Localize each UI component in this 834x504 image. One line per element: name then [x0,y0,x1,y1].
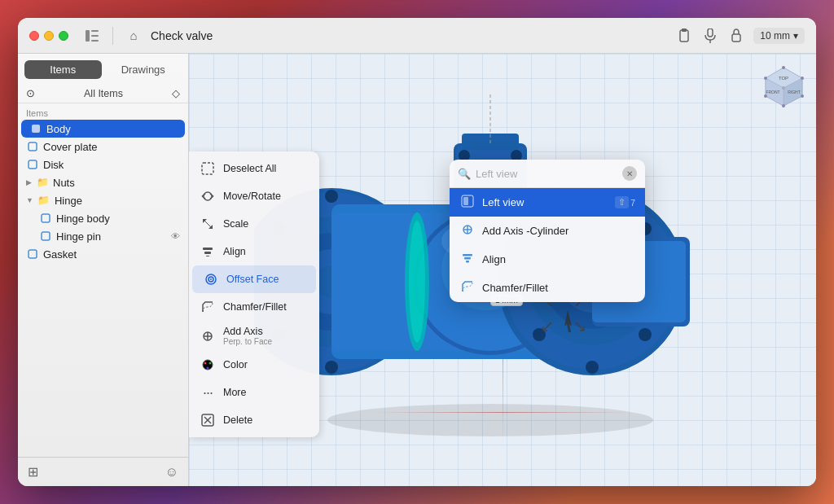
ctx-color[interactable]: Color [189,351,319,379]
svg-rect-3 [91,40,99,42]
svg-point-25 [325,190,338,203]
tree-item-hinge-body[interactable]: Hinge body [18,209,188,227]
canvas-area[interactable]: 14mm Deselect All Move/Rotate [189,54,816,486]
svg-rect-2 [91,35,99,37]
svg-rect-11 [29,160,37,169]
delete-icon [199,411,217,429]
color-icon [199,356,217,374]
svg-rect-0 [86,30,90,42]
all-items-selector[interactable]: ⊙ All Items ◇ [18,84,188,103]
ctx-chamfer-fillet-label: Chamfer/Fillet [223,301,309,313]
smiley-icon[interactable]: ☺ [165,465,178,480]
disk-icon [26,158,39,171]
ctx-offset-face[interactable]: Offset Face [192,265,316,293]
svg-rect-1 [91,30,99,32]
tree-item-gasket[interactable]: Gasket [18,245,188,263]
ctx-more[interactable]: ··· More [189,379,319,406]
context-toolbar: Deselect All Move/Rotate Scale [189,151,319,437]
cover-plate-icon [26,140,39,153]
tree-item-hinge-pin[interactable]: Hinge pin 👁 [18,227,188,245]
sidebar-tabs: Items Drawings [18,54,188,84]
maximize-button[interactable] [59,31,68,41]
svg-line-63 [203,219,213,229]
popup-item-left-view[interactable]: Left view ⇧ 7 [450,188,645,217]
popup-chamfer-icon [459,280,476,296]
cube-nav[interactable]: TOP RIGHT FRONT [762,64,806,108]
svg-point-102 [782,86,785,90]
popup-item-align[interactable]: Align [450,245,645,274]
lock-icon[interactable] [727,27,745,45]
tree-item-hinge[interactable]: ▼ 📁 Hinge [18,191,188,209]
nuts-label: Nuts [53,177,180,189]
add-folder-icon[interactable]: ⊞ [28,464,38,480]
more-icon: ··· [199,383,217,401]
svg-rect-88 [466,261,469,263]
svg-text:RIGHT: RIGHT [788,90,801,94]
sidebar-bottom: ⊞ ☺ [18,457,188,486]
ctx-offset-face-label: Offset Face [226,274,306,285]
svg-point-101 [764,94,767,98]
svg-rect-87 [464,257,471,260]
svg-point-26 [325,361,338,374]
svg-rect-14 [29,250,37,258]
tree-item-disk[interactable]: Disk [18,156,188,173]
svg-rect-8 [732,34,740,42]
ctx-scale[interactable]: Scale [189,210,319,238]
ctx-add-axis[interactable]: Add Axis Perp. to Face [189,321,319,351]
tree-item-cover-plate[interactable]: Cover plate [18,138,188,156]
ctx-scale-label: Scale [223,218,309,230]
tree-item-body[interactable]: Body [21,120,185,138]
offset-face-icon [202,270,220,288]
svg-text:FRONT: FRONT [766,90,779,94]
sidebar-toggle-icon[interactable] [83,27,101,45]
search-popup-close[interactable]: ✕ [622,166,637,181]
minimize-button[interactable] [44,31,54,41]
body-icon [29,122,42,135]
svg-text:TOP: TOP [779,76,788,81]
tree-view: Body Cover plate Disk [18,120,188,263]
svg-rect-6 [708,28,713,37]
add-axis-cylinder-label: Add Axis -Cylinder [482,225,635,237]
eye-icon[interactable]: 👁 [171,231,180,241]
ctx-align[interactable]: Align [189,238,319,265]
measure-chevron: ▾ [793,30,798,42]
svg-rect-10 [29,142,37,151]
main-content: Items Drawings ⊙ All Items ◇ Items Body [18,54,816,486]
search-popup: 🔍 Left view ✕ Left view ⇧ 7 [450,160,645,302]
left-view-shortcut: ⇧ 7 [615,196,635,208]
svg-rect-64 [203,248,213,250]
close-button[interactable] [29,31,39,41]
ctx-add-axis-label: Add Axis Perp. to Face [223,326,309,346]
scale-icon [199,215,217,233]
items-section-label: Items [18,105,188,120]
body-label: Body [46,123,177,135]
ctx-chamfer-fillet[interactable]: Chamfer/Fillet [189,293,319,321]
home-icon[interactable]: ⌂ [125,27,143,45]
ctx-deselect-all[interactable]: Deselect All [189,155,319,182]
gasket-label: Gasket [43,248,180,261]
popup-chamfer-fillet-label: Chamfer/Fillet [482,282,635,294]
popup-item-add-axis-cylinder[interactable]: Add Axis -Cylinder [450,217,645,245]
ctx-delete[interactable]: Delete [189,406,319,434]
tree-item-nuts[interactable]: ▶ 📁 Nuts [18,173,188,191]
hinge-label: Hinge [55,195,180,207]
titlebar: ⌂ Check valve 10 mm ▾ [18,18,816,54]
hinge-pin-icon [39,230,52,243]
tab-items[interactable]: Items [24,60,102,79]
measure-control[interactable]: 10 mm ▾ [753,28,805,44]
svg-point-15 [327,404,653,436]
nuts-folder-icon: 📁 [36,176,49,189]
svg-rect-13 [42,232,50,240]
search-input-value[interactable]: Left view [476,168,617,180]
clipboard-icon[interactable] [675,27,693,45]
svg-point-100 [764,77,767,80]
tab-drawings[interactable]: Drawings [105,60,182,79]
svg-rect-82 [463,197,468,205]
measure-value: 10 mm [760,30,790,42]
svg-rect-61 [202,163,213,174]
window-title: Check valve [151,29,667,42]
ctx-move-rotate[interactable]: Move/Rotate [189,182,319,210]
popup-item-chamfer-fillet[interactable]: Chamfer/Fillet [450,274,645,302]
mic-icon[interactable] [701,27,719,45]
add-axis-icon [199,327,217,345]
